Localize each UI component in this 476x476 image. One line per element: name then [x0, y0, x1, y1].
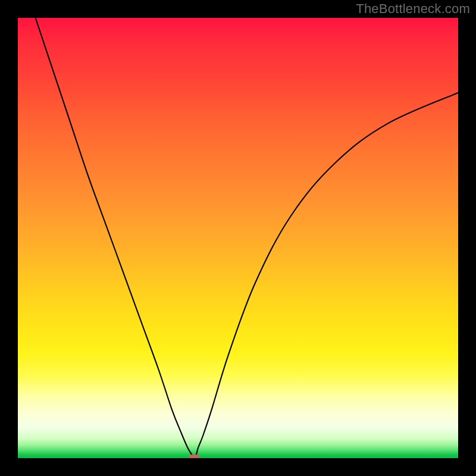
bottleneck-curve	[36, 18, 458, 458]
watermark-text: TheBottleneck.com	[356, 1, 470, 17]
plot-area	[18, 18, 458, 458]
curve-layer	[18, 18, 458, 458]
chart-frame: TheBottleneck.com	[0, 0, 476, 476]
min-marker	[189, 455, 199, 458]
